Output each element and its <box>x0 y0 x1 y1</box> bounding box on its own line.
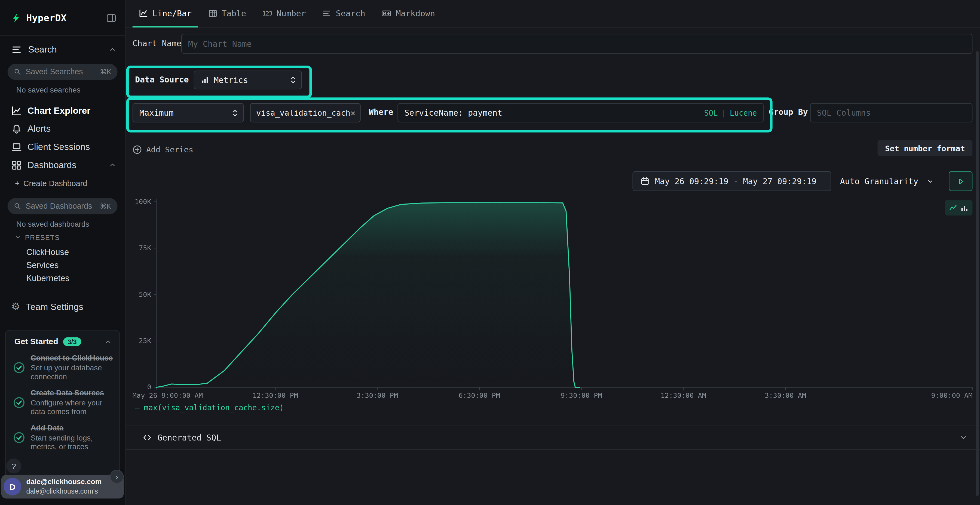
saved-searches-placeholder: Saved Searches <box>25 67 83 76</box>
chart-name-input[interactable] <box>181 34 973 54</box>
saved-searches-input[interactable]: Saved Searches ⌘K <box>8 64 118 80</box>
where-query-value: ServiceName: payment <box>404 108 502 117</box>
bell-icon <box>11 123 22 134</box>
granularity-select[interactable]: Auto Granularity <box>835 171 939 191</box>
where-query-input[interactable]: ServiceName: payment SQL | Lucene <box>398 103 764 122</box>
add-series-button[interactable]: Add Series <box>132 142 193 157</box>
svg-text:0: 0 <box>147 383 151 391</box>
tab-table[interactable]: Table <box>202 0 252 27</box>
svg-text:6:30:00 PM: 6:30:00 PM <box>459 392 500 400</box>
run-query-button[interactable] <box>949 171 972 191</box>
app-window: HyperDX Search Saved Searches ⌘K N <box>0 0 980 505</box>
preset-kubernetes[interactable]: Kubernetes <box>26 274 69 283</box>
number-123-icon: 123 <box>262 10 272 17</box>
sidebar-item-dashboards[interactable]: Dashboards <box>0 157 125 173</box>
no-saved-dashboards-text: No saved dashboards <box>16 220 89 229</box>
chevron-down-icon <box>15 234 21 241</box>
data-source-select[interactable]: Metrics <box>194 70 302 89</box>
date-range-button[interactable]: May 26 09:29:19 - May 27 09:29:19 <box>632 171 831 191</box>
svg-text:May 26 9:00:00 AM: May 26 9:00:00 AM <box>132 392 203 400</box>
sql-mode-button[interactable]: SQL <box>704 108 718 117</box>
play-icon <box>956 177 965 185</box>
line-chart-icon <box>139 8 148 18</box>
sidebar-item-alerts[interactable]: Alerts <box>0 121 125 137</box>
chevron-up-down-icon <box>290 76 296 84</box>
tab-search[interactable]: Search <box>316 0 371 27</box>
create-dashboard-button[interactable]: + Create Dashboard <box>15 179 87 188</box>
hyperdx-logo-icon <box>11 13 21 23</box>
svg-text:100K: 100K <box>135 198 152 206</box>
svg-text:9:00:00 AM: 9:00:00 AM <box>931 392 972 400</box>
check-circle-icon <box>13 361 25 373</box>
main-content: Line/Bar Table 123 Number Search <box>125 0 980 505</box>
sidebar-item-chart-explorer[interactable]: Chart Explorer <box>0 103 125 119</box>
panel-toggle-icon <box>106 13 116 23</box>
saved-dashboards-placeholder: Saved Dashboards <box>25 202 92 211</box>
user-email: dale@clickhouse.com <box>26 478 102 485</box>
svg-text:9:30:00 PM: 9:30:00 PM <box>561 392 602 400</box>
chevron-up-icon[interactable] <box>109 161 116 169</box>
chevron-up-icon[interactable] <box>104 338 112 345</box>
shortcut-badge: ⌘K <box>100 202 111 210</box>
progress-badge: 3/3 <box>63 337 81 346</box>
circle-plus-icon <box>132 145 142 154</box>
svg-text:25K: 25K <box>139 337 151 345</box>
svg-text:12:30:00 AM: 12:30:00 AM <box>661 392 706 400</box>
group-by-label: Group By <box>769 108 808 117</box>
sidebar: HyperDX Search Saved Searches ⌘K N <box>0 0 126 505</box>
view-tabs: Line/Bar Table 123 Number Search <box>125 0 980 28</box>
group-by-input[interactable] <box>810 103 973 122</box>
sidebar-item-client-sessions[interactable]: Client Sessions <box>0 139 125 155</box>
sidebar-item-team-settings[interactable]: ⚙ Team Settings <box>0 299 125 315</box>
get-started-item[interactable]: Add Data Start sending logs, metrics, or… <box>6 420 119 455</box>
avatar: D <box>4 478 21 495</box>
get-started-item[interactable]: Create Data Sources Configure where your… <box>6 385 119 420</box>
chart-name-label: Chart Name <box>132 34 181 54</box>
no-saved-searches-text: No saved searches <box>16 86 81 94</box>
chevron-down-icon[interactable] <box>959 433 967 441</box>
check-circle-icon <box>13 431 25 443</box>
svg-text:3:30:00 PM: 3:30:00 PM <box>356 392 398 400</box>
search-icon <box>14 202 22 210</box>
chevron-up-down-icon <box>232 108 238 117</box>
user-org: dale@clickhouse.com's <box>26 487 98 495</box>
calendar-icon <box>641 177 649 186</box>
metrics-icon <box>200 76 209 84</box>
sidebar-section-search[interactable]: Search <box>0 41 125 58</box>
preset-services[interactable]: Services <box>26 260 59 270</box>
user-account-banner[interactable]: D dale@clickhouse.com dale@clickhouse.co… <box>2 475 124 499</box>
chevron-down-icon <box>927 178 934 184</box>
metric-field-chip[interactable]: visa_validation_cach × <box>250 103 360 122</box>
lucene-mode-button[interactable]: Lucene <box>730 108 757 117</box>
close-icon[interactable]: × <box>350 108 356 118</box>
gear-icon: ⚙ <box>11 302 20 312</box>
timeseries-chart[interactable]: 025K50K75K100KMay 26 9:00:00 AM12:30:00 … <box>125 197 972 405</box>
get-started-header[interactable]: Get Started 3/3 <box>6 330 119 350</box>
search-section-icon <box>11 44 22 55</box>
chart-explorer-icon <box>11 105 22 116</box>
code-icon <box>142 433 152 442</box>
tab-line-bar[interactable]: Line/Bar <box>132 0 198 27</box>
divider <box>0 35 125 36</box>
svg-text:50K: 50K <box>139 291 151 299</box>
table-icon <box>208 8 217 18</box>
scrollbar[interactable] <box>976 51 978 496</box>
aggregation-select[interactable]: Maximum <box>132 103 244 122</box>
chevron-up-icon[interactable] <box>109 46 116 53</box>
legend-dash: — <box>135 403 140 412</box>
generated-sql-section[interactable]: Generated SQL <box>125 425 980 450</box>
chevron-right-icon[interactable]: › <box>110 470 124 484</box>
app-logo-text: HyperDX <box>26 13 67 24</box>
presets-toggle[interactable]: PRESETS <box>15 234 60 241</box>
set-number-format-button[interactable]: Set number format <box>878 140 973 156</box>
help-button[interactable]: ? <box>6 459 21 473</box>
search-icon <box>14 68 22 76</box>
get-started-item[interactable]: Connect to ClickHouse Set up your databa… <box>6 350 119 385</box>
tab-markdown[interactable]: Markdown <box>375 0 441 27</box>
svg-text:3:30:00 AM: 3:30:00 AM <box>765 392 806 400</box>
saved-dashboards-input[interactable]: Saved Dashboards ⌘K <box>8 198 118 214</box>
tab-number[interactable]: 123 Number <box>256 0 312 27</box>
preset-clickhouse[interactable]: ClickHouse <box>26 247 69 257</box>
mode-divider: | <box>721 108 726 117</box>
collapse-sidebar-button[interactable] <box>106 13 116 23</box>
